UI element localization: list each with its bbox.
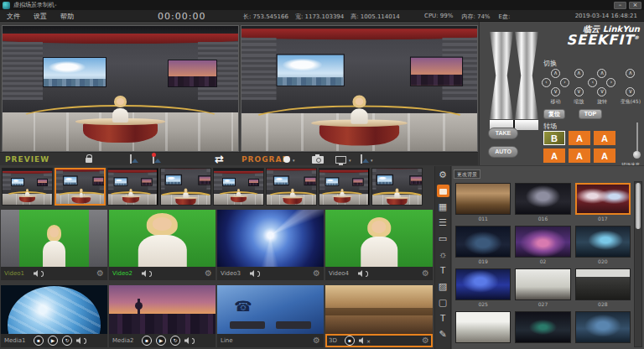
- scrollbar-thumb[interactable]: [636, 183, 641, 229]
- subtitle-icon[interactable]: T: [437, 312, 449, 325]
- template-thumbnail[interactable]: [575, 183, 631, 215]
- arrow-left-button[interactable]: ‹: [542, 78, 551, 87]
- menu-settings[interactable]: 设置: [34, 12, 47, 21]
- template-tab[interactable]: 更改背景: [454, 169, 480, 179]
- arrow-down-button[interactable]: ∨: [626, 87, 635, 96]
- player-cell-media1[interactable]: Media1 ■ ▶ ↻: [1, 285, 107, 347]
- arrow-up-button[interactable]: ∧: [626, 69, 635, 78]
- menu-help[interactable]: 帮助: [60, 12, 74, 21]
- take-button[interactable]: TAKE: [488, 128, 518, 139]
- play-button[interactable]: ▶: [156, 336, 166, 346]
- save-icon[interactable]: [437, 185, 449, 197]
- display-icon[interactable]: ▭: [437, 232, 449, 245]
- media1-thumbnail[interactable]: [1, 285, 107, 334]
- scene-angle-thumbnail[interactable]: [319, 168, 370, 206]
- 3d-thumbnail[interactable]: [325, 285, 433, 334]
- slider-thumb[interactable]: [633, 151, 641, 159]
- t-bar-handles[interactable]: [490, 32, 538, 119]
- arrow-left-button[interactable]: ‹: [588, 78, 597, 87]
- template-scrollbar[interactable]: [634, 181, 642, 347]
- template-thumbnail[interactable]: [575, 311, 631, 343]
- source-settings-icon[interactable]: ⚙: [313, 269, 320, 278]
- scene-angle-thumbnail[interactable]: [213, 168, 264, 206]
- arrow-down-button[interactable]: ∨: [574, 87, 584, 96]
- source-settings-icon[interactable]: ⚙: [96, 269, 104, 278]
- arrow-right-button[interactable]: ›: [606, 78, 615, 87]
- stop-button[interactable]: ■: [142, 336, 152, 346]
- speaker-icon[interactable]: [76, 337, 86, 344]
- transition-a-button[interactable]: A: [543, 148, 565, 163]
- snapshot-camera-icon[interactable]: [312, 156, 324, 164]
- template-item[interactable]: [455, 311, 511, 349]
- template-item[interactable]: 027: [515, 268, 570, 311]
- source-cell-video4[interactable]: Video4 ⚙: [325, 210, 433, 280]
- speaker-icon[interactable]: [250, 270, 260, 277]
- transition-a-button[interactable]: A: [569, 148, 590, 163]
- frame-icon[interactable]: ▢: [437, 296, 449, 309]
- t-bar-left-handle[interactable]: [490, 32, 513, 119]
- layout-icon[interactable]: ▦: [437, 201, 449, 213]
- source-settings-icon[interactable]: ⚙: [205, 269, 212, 278]
- template-item[interactable]: 025: [455, 268, 511, 311]
- menu-file[interactable]: 文件: [7, 12, 20, 21]
- minimize-button[interactable]: –: [614, 2, 626, 9]
- background-image-live-icon[interactable]: [153, 154, 154, 164]
- top-view-button[interactable]: TOP: [579, 109, 602, 119]
- stream-image-icon[interactable]: [361, 154, 362, 164]
- loop-button[interactable]: ↻: [170, 336, 180, 346]
- scene-angle-thumbnail[interactable]: [107, 168, 158, 206]
- transition-b-button[interactable]: B: [543, 131, 565, 145]
- t-bar-right-handle[interactable]: [515, 32, 538, 119]
- source-cell-video1[interactable]: Video1 ⚙: [1, 210, 107, 280]
- player-cell-media2[interactable]: Media2 ■ ▶ ↻: [109, 285, 216, 347]
- video3-thumbnail[interactable]: [217, 210, 324, 267]
- template-item[interactable]: [575, 311, 631, 349]
- template-thumbnail[interactable]: [455, 183, 511, 215]
- source-settings-icon[interactable]: ⚙: [422, 336, 429, 345]
- speaker-icon[interactable]: [34, 270, 44, 277]
- speaker-muted-icon[interactable]: ×: [359, 337, 371, 344]
- record-dropdown-icon[interactable]: ▾: [293, 158, 295, 163]
- scene-angle-thumbnail[interactable]: [55, 168, 106, 206]
- background-image-icon[interactable]: [130, 154, 132, 164]
- arrow-up-button[interactable]: ∧: [551, 69, 560, 78]
- transition-speed-slider[interactable]: [633, 122, 641, 159]
- template-thumbnail[interactable]: [575, 268, 631, 300]
- play-button[interactable]: ▶: [48, 336, 58, 346]
- template-thumbnail[interactable]: [455, 268, 511, 300]
- scene-angle-thumbnail[interactable]: [160, 168, 211, 206]
- arrow-down-button[interactable]: ∨: [597, 87, 606, 96]
- reset-button[interactable]: 复位: [543, 109, 565, 119]
- template-item[interactable]: 020: [575, 226, 631, 268]
- source-cell-video2[interactable]: Video2 ⚙: [109, 210, 216, 280]
- template-thumbnail[interactable]: [575, 226, 631, 258]
- lock-icon[interactable]: [86, 158, 92, 163]
- close-button[interactable]: ×: [629, 2, 641, 9]
- stop-button[interactable]: ■: [345, 336, 355, 346]
- speaker-icon[interactable]: [184, 337, 195, 344]
- source-settings-icon[interactable]: ⚙: [422, 269, 429, 278]
- transition-a-button[interactable]: A: [569, 131, 590, 145]
- arrow-up-button[interactable]: ∧: [574, 69, 584, 78]
- arrow-up-button[interactable]: ∧: [597, 69, 606, 78]
- auto-button[interactable]: AUTO: [488, 146, 518, 158]
- video1-thumbnail[interactable]: [1, 210, 107, 267]
- player-cell-line[interactable]: ☎ Line ⚙: [217, 285, 324, 347]
- call-option-button[interactable]: [230, 321, 265, 329]
- player-cell-3d[interactable]: 3D ■ × ⚙: [325, 285, 433, 347]
- light-icon[interactable]: ☼: [437, 248, 449, 261]
- template-item[interactable]: [515, 311, 570, 349]
- video4-thumbnail[interactable]: [325, 210, 433, 267]
- settings-icon[interactable]: ⚙: [437, 169, 449, 181]
- template-item[interactable]: 02: [515, 226, 570, 268]
- record-icon[interactable]: [283, 156, 290, 163]
- template-thumbnail[interactable]: [515, 183, 570, 215]
- template-item[interactable]: 019: [455, 226, 511, 268]
- transition-a-button[interactable]: A: [594, 148, 615, 163]
- call-option-button[interactable]: [276, 321, 311, 329]
- template-thumbnail[interactable]: [515, 268, 570, 300]
- draw-icon[interactable]: ✎: [437, 328, 449, 341]
- arrow-right-button[interactable]: ›: [560, 78, 569, 87]
- loop-button[interactable]: ↻: [62, 336, 72, 346]
- stop-button[interactable]: ■: [34, 336, 44, 346]
